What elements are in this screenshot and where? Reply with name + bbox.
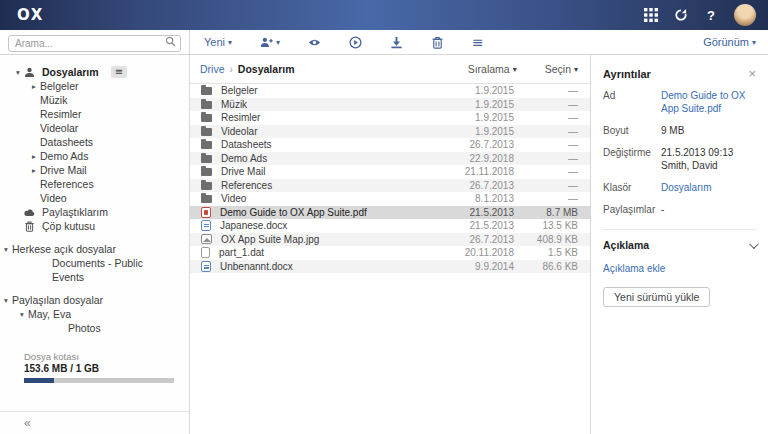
- tree-group-public-files: ▾Herkese açık dosyalarDocuments - Public…: [0, 242, 189, 284]
- file-name: Resimler: [221, 112, 432, 123]
- file-list-panel: Drive › Dosyalarım Sıralama▾ Seçin▾ Belg…: [190, 55, 590, 434]
- sidebar-item-datasheets[interactable]: Datasheets: [0, 135, 189, 149]
- sidebar-item-payla-lan-dosyalar[interactable]: ▾Paylaşılan dosyalar: [0, 293, 189, 307]
- sidebar-item-drive-mail[interactable]: ▸Drive Mail: [0, 163, 189, 177]
- sidebar-item-documents-public[interactable]: Documents - Public: [0, 256, 189, 270]
- sidebar-item-m-zik[interactable]: Müzik: [0, 93, 189, 107]
- more-actions-button[interactable]: ≡: [472, 35, 484, 49]
- field-value-secondary: Smith, David: [661, 159, 756, 172]
- select-dropdown[interactable]: Seçin▾: [545, 63, 578, 75]
- file-row-m-zik[interactable]: Müzik1.9.2015—: [190, 98, 590, 112]
- file-name: Belgeler: [221, 85, 432, 96]
- sidebar-item-label: Belgeler: [40, 80, 79, 92]
- file-name: Müzik: [221, 99, 432, 110]
- delete-button[interactable]: [431, 36, 444, 49]
- help-icon[interactable]: ?: [704, 8, 718, 22]
- file-row-japanese-docx[interactable]: Japanese.docx21.5.201313.5 KB: [190, 219, 590, 233]
- file-size: —: [514, 193, 578, 204]
- file-row-ox-app-suite-map-jpg[interactable]: OX App Suite Map.jpg26.7.2013408.9 KB: [190, 233, 590, 247]
- file-row-demo-guide-to-ox-app-suite-pdf[interactable]: Demo Guide to OX App Suite.pdf21.5.20138…: [190, 206, 590, 220]
- file-size: —: [514, 85, 578, 96]
- file-date: 1.9.2015: [432, 99, 514, 110]
- search-input[interactable]: [8, 35, 181, 52]
- caret-right-icon[interactable]: ▸: [28, 166, 40, 175]
- file-row-belgeler[interactable]: Belgeler1.9.2015—: [190, 84, 590, 98]
- sidebar-item-demo-ads[interactable]: ▸Demo Ads: [0, 149, 189, 163]
- file-size: —: [514, 166, 578, 177]
- sidebar-item-payla-t-klar-m[interactable]: Paylaştıklarım: [0, 205, 189, 219]
- refresh-icon[interactable]: [674, 8, 688, 22]
- caret-right-icon[interactable]: ▸: [28, 152, 40, 161]
- search-zone: [0, 30, 190, 54]
- sidebar-item-label: Photos: [68, 322, 101, 334]
- caret-right-icon[interactable]: ▸: [28, 82, 40, 91]
- file-date: 20.11.2018: [432, 247, 514, 258]
- cloud-icon: [24, 207, 37, 218]
- file-size: —: [514, 180, 578, 191]
- sidebar-item--p-kutusu[interactable]: Çöp kutusu: [0, 219, 189, 233]
- caret-down-icon[interactable]: ▾: [0, 296, 12, 305]
- file-row-references[interactable]: References26.7.2013—: [190, 179, 590, 193]
- sidebar-item-photos[interactable]: Photos: [0, 321, 189, 335]
- sidebar-item-may-eva[interactable]: ▾May, Eva: [0, 307, 189, 321]
- sidebar-item-dosyalar-m[interactable]: ▾Dosyalarım≡: [0, 65, 189, 79]
- file-row-resimler[interactable]: Resimler1.9.2015—: [190, 111, 590, 125]
- file-row-part-1-dat[interactable]: part_1.dat20.11.20181.5 KB: [190, 246, 590, 260]
- share-user-button[interactable]: ▾: [260, 36, 280, 49]
- sidebar-item-herkese-a-k-dosyalar[interactable]: ▾Herkese açık dosyalar: [0, 242, 189, 256]
- description-section-title: Açıklama: [603, 239, 649, 251]
- file-name: Demo Ads: [221, 153, 432, 164]
- download-button[interactable]: [390, 36, 403, 49]
- sidebar-item-label: Dosyalarım: [42, 66, 99, 78]
- file-name: References: [221, 180, 432, 191]
- sidebar-item-videolar[interactable]: Videolar: [0, 121, 189, 135]
- new-button[interactable]: Yeni▾: [204, 36, 232, 48]
- details-field-klas-r: KlasörDosyalarım: [603, 181, 756, 194]
- sidebar-item-label: Videolar: [40, 122, 78, 134]
- sidebar-item-label: Paylaşılan dosyalar: [12, 294, 103, 306]
- sidebar-item-references[interactable]: References: [0, 177, 189, 191]
- field-label: Boyut: [603, 124, 661, 137]
- chevron-down-icon[interactable]: [749, 239, 759, 249]
- file-row-demo-ads[interactable]: Demo Ads22.9.2018—: [190, 152, 590, 166]
- folder-context-menu-button[interactable]: ≡: [111, 66, 127, 78]
- file-row-datasheets[interactable]: Datasheets26.7.2013—: [190, 138, 590, 152]
- chevron-down-icon: ▾: [752, 38, 756, 47]
- file-date: 1.9.2015: [432, 126, 514, 137]
- view-dropdown[interactable]: Görünüm▾: [703, 36, 756, 48]
- file-name: part_1.dat: [219, 247, 432, 258]
- file-row-video[interactable]: Video8.1.2013—: [190, 192, 590, 206]
- user-avatar[interactable]: [734, 4, 756, 26]
- file-size: —: [514, 126, 578, 137]
- chevron-down-icon: ▾: [228, 38, 232, 47]
- view-file-button[interactable]: [308, 36, 321, 49]
- file-date: 21.5.2013: [432, 207, 514, 218]
- sidebar-item-belgeler[interactable]: ▸Belgeler: [0, 79, 189, 93]
- tree-group-my-files: ▾Dosyalarım≡▸BelgelerMüzikResimlerVideol…: [0, 65, 189, 233]
- file-row-videolar[interactable]: Videolar1.9.2015—: [190, 125, 590, 139]
- search-icon[interactable]: [165, 36, 176, 47]
- breadcrumb-root-link[interactable]: Drive: [200, 63, 225, 75]
- breadcrumb: Drive › Dosyalarım Sıralama▾ Seçin▾: [190, 55, 590, 84]
- details-field-de-i-tirme: Değiştirme21.5.2013 09:13Smith, David: [603, 146, 756, 172]
- caret-down-icon[interactable]: ▾: [0, 245, 12, 254]
- collapse-sidebar-icon[interactable]: «: [24, 416, 31, 430]
- field-value-link[interactable]: Dosyalarım: [661, 181, 756, 194]
- file-row-unbenannt-docx[interactable]: Unbenannt.docx9.9.201486.6 KB: [190, 260, 590, 274]
- caret-down-icon[interactable]: ▾: [16, 310, 28, 319]
- add-description-link[interactable]: Açıklama ekle: [603, 263, 756, 274]
- ox-logo: OX: [17, 6, 44, 24]
- hamburger-icon: ≡: [472, 35, 484, 49]
- field-value-link[interactable]: Demo Guide to OX App Suite.pdf: [661, 89, 756, 115]
- sort-dropdown[interactable]: Sıralama▾: [468, 63, 517, 75]
- sidebar-item-events[interactable]: Events: [0, 270, 189, 284]
- caret-down-icon[interactable]: ▾: [12, 68, 24, 77]
- field-label: Paylaşımlar: [603, 203, 661, 216]
- sidebar-item-video[interactable]: Video: [0, 191, 189, 205]
- sidebar-item-resimler[interactable]: Resimler: [0, 107, 189, 121]
- present-button[interactable]: [349, 36, 362, 49]
- upload-new-version-button[interactable]: Yeni sürümü yükle: [603, 287, 710, 307]
- app-launcher-icon[interactable]: [644, 8, 658, 22]
- file-row-drive-mail[interactable]: Drive Mail21.11.2018—: [190, 165, 590, 179]
- close-icon[interactable]: ×: [748, 67, 756, 80]
